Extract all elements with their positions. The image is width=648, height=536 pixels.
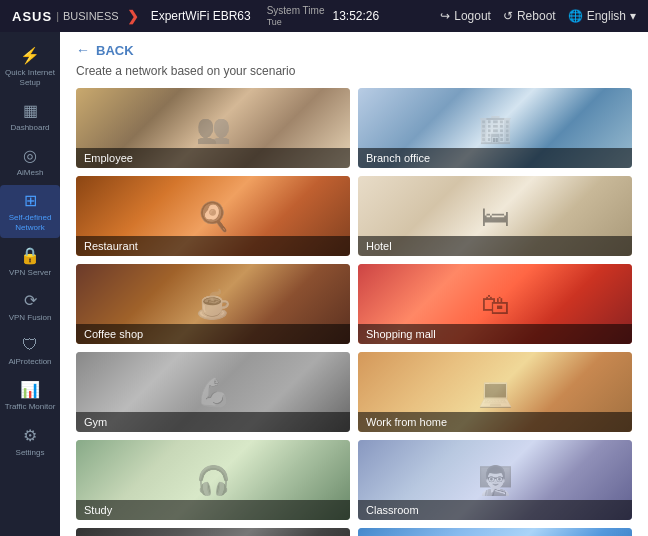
back-arrow-icon: ← bbox=[76, 42, 90, 58]
scenario-card-hotel[interactable]: 🛏Hotel bbox=[358, 176, 632, 256]
vpn-server-icon: 🔒 bbox=[20, 246, 40, 265]
scenario-label-classroom: Classroom bbox=[358, 500, 632, 520]
back-nav[interactable]: ← BACK bbox=[60, 32, 648, 62]
scenario-emoji-shopping-mall: 🛍 bbox=[481, 288, 509, 321]
logo: ASUS | BUSINESS bbox=[12, 9, 119, 24]
sidebar-item-label: Settings bbox=[16, 448, 45, 457]
scenario-card-study[interactable]: 🎧Study bbox=[76, 440, 350, 520]
aiprotection-icon: 🛡 bbox=[22, 336, 38, 354]
sidebar-item-dashboard[interactable]: ▦ Dashboard bbox=[0, 95, 60, 138]
scenario-image-network: 🌐 bbox=[358, 528, 632, 536]
sidebar-item-label: Traffic Monitor bbox=[5, 402, 56, 412]
reboot-button[interactable]: ↺ Reboot bbox=[503, 9, 556, 23]
sidebar-item-vpn-server[interactable]: 🔒 VPN Server bbox=[0, 240, 60, 283]
app-header: ASUS | BUSINESS ❯ ExpertWiFi EBR63 Syste… bbox=[0, 0, 648, 32]
language-button[interactable]: 🌐 English ▾ bbox=[568, 9, 636, 23]
device-name: ExpertWiFi EBR63 bbox=[151, 9, 251, 23]
aimesh-icon: ◎ bbox=[23, 146, 37, 165]
sidebar-item-label: VPN Server bbox=[9, 268, 51, 277]
sidebar-item-label: Self-defined Network bbox=[4, 213, 56, 232]
scenario-label-gym: Gym bbox=[76, 412, 350, 432]
vpn-fusion-icon: ⟳ bbox=[24, 291, 37, 310]
scenario-label-coffee-shop: Coffee shop bbox=[76, 324, 350, 344]
scenario-emoji-hotel: 🛏 bbox=[481, 200, 509, 233]
dashboard-icon: ▦ bbox=[23, 101, 38, 120]
sidebar-item-label: Quick Internet Setup bbox=[4, 68, 56, 87]
reboot-icon: ↺ bbox=[503, 9, 513, 23]
sidebar-item-label: VPN Fusion bbox=[9, 313, 52, 322]
scenario-card-shopping-mall[interactable]: 🛍Shopping mall bbox=[358, 264, 632, 344]
scenario-card-network[interactable]: 🌐Network bbox=[358, 528, 632, 536]
scenario-emoji-work-from-home: 💻 bbox=[478, 376, 513, 409]
sidebar-item-vpn-fusion[interactable]: ⟳ VPN Fusion bbox=[0, 285, 60, 328]
scenario-card-pos[interactable]: 💳POS bbox=[76, 528, 350, 536]
scenario-grid: 👥Employee🏢Branch office🍳Restaurant🛏Hotel… bbox=[76, 88, 632, 536]
chevron-down-icon: ▾ bbox=[630, 9, 636, 23]
scenario-emoji-restaurant: 🍳 bbox=[196, 200, 231, 233]
traffic-monitor-icon: 📊 bbox=[20, 380, 40, 399]
scenario-emoji-classroom: 👨‍🏫 bbox=[478, 464, 513, 497]
logo-chevron: ❯ bbox=[127, 8, 139, 24]
scenario-card-work-from-home[interactable]: 💻Work from home bbox=[358, 352, 632, 432]
logo-business: BUSINESS bbox=[63, 10, 119, 22]
main-layout: ⚡ Quick Internet Setup ▦ Dashboard ◎ AiM… bbox=[0, 32, 648, 536]
scenario-card-gym[interactable]: 💪Gym bbox=[76, 352, 350, 432]
system-time-value: 13:52:26 bbox=[332, 9, 379, 23]
scenario-card-restaurant[interactable]: 🍳Restaurant bbox=[76, 176, 350, 256]
sidebar-item-self-defined-network[interactable]: ⊞ Self-defined Network bbox=[0, 185, 60, 238]
self-defined-network-icon: ⊞ bbox=[24, 191, 37, 210]
sidebar-item-label: Dashboard bbox=[10, 123, 49, 132]
scenario-label-branch-office: Branch office bbox=[358, 148, 632, 168]
logo-asus: ASUS bbox=[12, 9, 52, 24]
scenario-label-study: Study bbox=[76, 500, 350, 520]
logo-separator: | bbox=[56, 10, 59, 22]
sidebar-item-aiprotection[interactable]: 🛡 AiProtection bbox=[0, 330, 60, 372]
sidebar-item-aimesh[interactable]: ◎ AiMesh bbox=[0, 140, 60, 183]
quick-internet-setup-icon: ⚡ bbox=[20, 46, 40, 65]
page-subtitle: Create a network based on your scenario bbox=[60, 62, 648, 88]
settings-icon: ⚙ bbox=[23, 426, 37, 445]
scenario-label-restaurant: Restaurant bbox=[76, 236, 350, 256]
sidebar-item-label: AiProtection bbox=[8, 357, 51, 366]
globe-icon: 🌐 bbox=[568, 9, 583, 23]
sidebar-item-traffic-monitor[interactable]: 📊 Traffic Monitor bbox=[0, 374, 60, 418]
scenario-emoji-study: 🎧 bbox=[196, 464, 231, 497]
scenario-emoji-branch-office: 🏢 bbox=[478, 112, 513, 145]
content-area: ← BACK Create a network based on your sc… bbox=[60, 32, 648, 536]
scenario-emoji-employee: 👥 bbox=[196, 112, 231, 145]
scenario-card-classroom[interactable]: 👨‍🏫Classroom bbox=[358, 440, 632, 520]
scenario-grid-wrapper[interactable]: 👥Employee🏢Branch office🍳Restaurant🛏Hotel… bbox=[60, 88, 648, 536]
header-actions: ↪ Logout ↺ Reboot 🌐 English ▾ bbox=[440, 9, 636, 23]
scenario-emoji-gym: 💪 bbox=[196, 376, 231, 409]
system-time-label: System Time Tue bbox=[267, 5, 325, 27]
scenario-label-employee: Employee bbox=[76, 148, 350, 168]
scenario-card-employee[interactable]: 👥Employee bbox=[76, 88, 350, 168]
logout-icon: ↪ bbox=[440, 9, 450, 23]
back-label: BACK bbox=[96, 43, 134, 58]
sidebar: ⚡ Quick Internet Setup ▦ Dashboard ◎ AiM… bbox=[0, 32, 60, 536]
sidebar-item-quick-internet-setup[interactable]: ⚡ Quick Internet Setup bbox=[0, 40, 60, 93]
sidebar-item-settings[interactable]: ⚙ Settings bbox=[0, 420, 60, 463]
scenario-card-coffee-shop[interactable]: ☕Coffee shop bbox=[76, 264, 350, 344]
scenario-emoji-coffee-shop: ☕ bbox=[196, 288, 231, 321]
scenario-image-pos: 💳 bbox=[76, 528, 350, 536]
sidebar-item-label: AiMesh bbox=[17, 168, 44, 177]
scenario-label-shopping-mall: Shopping mall bbox=[358, 324, 632, 344]
scenario-card-branch-office[interactable]: 🏢Branch office bbox=[358, 88, 632, 168]
scenario-label-work-from-home: Work from home bbox=[358, 412, 632, 432]
logout-button[interactable]: ↪ Logout bbox=[440, 9, 491, 23]
scenario-label-hotel: Hotel bbox=[358, 236, 632, 256]
